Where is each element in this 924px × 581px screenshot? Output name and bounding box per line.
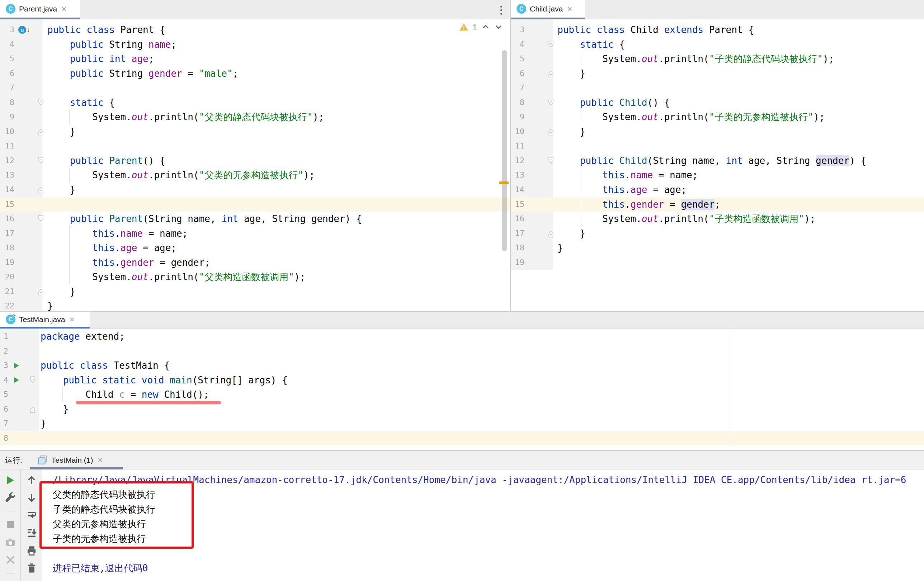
tab-child-java[interactable]: C Child.java × (511, 0, 585, 18)
code-line[interactable]: 8 static { (0, 96, 510, 110)
code-line[interactable]: 21 } (0, 284, 510, 299)
code-text[interactable]: public Parent() { (47, 154, 510, 168)
run-gutter-icon[interactable] (8, 358, 25, 373)
code-text[interactable]: } (558, 241, 924, 255)
fold-marker-icon[interactable] (25, 402, 41, 417)
code-line[interactable]: 7 (511, 81, 924, 96)
code-text[interactable] (41, 431, 924, 446)
code-line[interactable]: 11 (0, 139, 510, 154)
code-text[interactable]: public static void main(String[] args) { (41, 373, 924, 388)
code-line[interactable]: 2 (0, 344, 924, 359)
code-text[interactable]: this.name = name; (558, 168, 924, 183)
code-line[interactable]: 10 } (511, 124, 924, 139)
code-line[interactable]: 9 System.out.println("子类的无参构造被执行"); (511, 110, 924, 124)
code-line[interactable]: 4 public String name; (0, 37, 510, 52)
fold-marker-icon[interactable] (544, 226, 558, 241)
code-text[interactable]: System.out.println("子类构造函数被调用"); (558, 211, 924, 226)
error-stripe-mark[interactable] (499, 182, 509, 184)
code-text[interactable]: } (558, 66, 924, 81)
code-line[interactable]: 12 public Parent() { (0, 154, 510, 168)
code-line[interactable]: 5 Child c = new Child(); (0, 387, 924, 402)
code-text[interactable]: System.out.println("子类的静态代码块被执行"); (558, 52, 924, 66)
code-line[interactable]: 14 this.age = age; (511, 183, 924, 197)
fold-marker-icon[interactable] (544, 66, 558, 81)
code-line[interactable]: 18} (511, 241, 924, 255)
code-text[interactable]: public class TestMain { (41, 358, 924, 373)
code-text[interactable]: System.out.println("父类的静态代码块被执行"); (47, 110, 510, 124)
edit-configuration-wrench-icon[interactable] (4, 491, 17, 504)
code-text[interactable]: this.gender = gender; (558, 197, 924, 212)
fold-marker-icon[interactable] (34, 124, 47, 139)
code-line[interactable]: 7 (0, 81, 510, 96)
code-line[interactable]: 4 public static void main(String[] args)… (0, 373, 924, 388)
code-line[interactable]: 16 System.out.println("子类构造函数被调用"); (511, 211, 924, 226)
code-text[interactable]: public Parent(String name, int age, Stri… (47, 211, 510, 226)
run-tab[interactable]: TestMain (1) × (37, 455, 103, 465)
code-line[interactable]: 17 this.name = name; (0, 226, 510, 241)
code-text[interactable]: public int age; (47, 52, 510, 66)
fold-marker-icon[interactable] (25, 373, 41, 388)
rerun-failed-rerun-x-icon[interactable] (4, 553, 17, 566)
code-text[interactable] (558, 255, 924, 270)
code-line[interactable]: 20 System.out.println("父类构造函数被调用"); (0, 270, 510, 284)
scroll-up-arrow-up-icon[interactable] (25, 474, 38, 487)
code-line[interactable]: 11 (511, 139, 924, 154)
code-line[interactable]: 5 System.out.println("子类的静态代码块被执行"); (511, 52, 924, 66)
code-line[interactable]: 19 (511, 255, 924, 270)
code-line[interactable]: 19 this.gender = gender; (0, 255, 510, 270)
rerun-play-icon[interactable] (4, 474, 17, 487)
fold-marker-icon[interactable] (34, 284, 47, 299)
code-line[interactable]: 17 } (511, 226, 924, 241)
code-text[interactable]: this.age = age; (558, 183, 924, 197)
next-warning-icon[interactable] (494, 23, 503, 31)
code-line[interactable]: 13 this.name = name; (511, 168, 924, 183)
code-text[interactable]: } (47, 299, 510, 311)
code-line[interactable]: 13 System.out.println("父类的无参构造被执行"); (0, 168, 510, 183)
code-text[interactable]: } (47, 284, 510, 299)
fold-marker-icon[interactable] (34, 154, 47, 168)
editor-body[interactable]: 1package extend;23public class TestMain … (0, 328, 924, 446)
code-line[interactable]: 9 System.out.println("父类的静态代码块被执行"); (0, 110, 510, 124)
close-icon[interactable]: × (567, 5, 572, 13)
code-text[interactable]: package extend; (41, 329, 924, 344)
code-line[interactable]: 3public class Child extends Parent { (511, 23, 924, 37)
run-gutter-icon[interactable] (8, 373, 25, 388)
fold-marker-icon[interactable] (34, 96, 47, 110)
code-text[interactable]: this.name = name; (47, 226, 510, 241)
code-line[interactable]: 1package extend; (0, 329, 924, 344)
code-text[interactable]: } (558, 226, 924, 241)
code-line[interactable]: 8 (0, 431, 924, 446)
code-text[interactable]: static { (47, 96, 510, 110)
fold-marker-icon[interactable] (544, 124, 558, 139)
soft-wrap-soft-wrap-icon[interactable] (25, 509, 38, 522)
code-text[interactable]: public Child(String name, int age, Strin… (558, 154, 924, 168)
code-line[interactable]: 6 } (511, 66, 924, 81)
code-line[interactable]: 22} (0, 299, 510, 311)
code-text[interactable]: System.out.println("子类的无参构造被执行"); (558, 110, 924, 124)
editor-body[interactable]: 3public class Child extends Parent {4 st… (511, 19, 924, 270)
code-text[interactable] (41, 344, 924, 359)
print-printer-icon[interactable] (25, 544, 38, 557)
fold-marker-icon[interactable] (544, 154, 558, 168)
code-line[interactable]: 14 } (0, 183, 510, 197)
code-line[interactable]: 8 public Child() { (511, 96, 924, 110)
code-text[interactable]: this.gender = gender; (47, 255, 510, 270)
clear-all-trash-icon[interactable] (25, 562, 38, 574)
code-line[interactable]: 16 public Parent(String name, int age, S… (0, 211, 510, 226)
fold-marker-icon[interactable] (544, 96, 558, 110)
code-text[interactable]: public String name; (47, 37, 510, 52)
inspection-widget[interactable]: 1 (459, 23, 503, 31)
code-line[interactable]: 18 this.age = age; (0, 241, 510, 255)
code-line[interactable]: 6 public String gender = "male"; (0, 66, 510, 81)
tab-parent-java[interactable]: C Parent.java × (0, 0, 80, 18)
code-text[interactable]: public Child() { (558, 96, 924, 110)
code-text[interactable]: public class Child extends Parent { (558, 23, 924, 37)
code-text[interactable] (558, 139, 924, 154)
code-text[interactable]: } (47, 124, 510, 139)
tab-testmain-java[interactable]: C TestMain.java × (0, 312, 90, 327)
fold-marker-icon[interactable] (544, 37, 558, 52)
code-line[interactable]: 7} (0, 416, 924, 431)
editor-body[interactable]: 3o↓public class Parent {4 public String … (0, 19, 510, 311)
code-line[interactable]: 4 static { (511, 37, 924, 52)
code-text[interactable] (47, 197, 510, 212)
